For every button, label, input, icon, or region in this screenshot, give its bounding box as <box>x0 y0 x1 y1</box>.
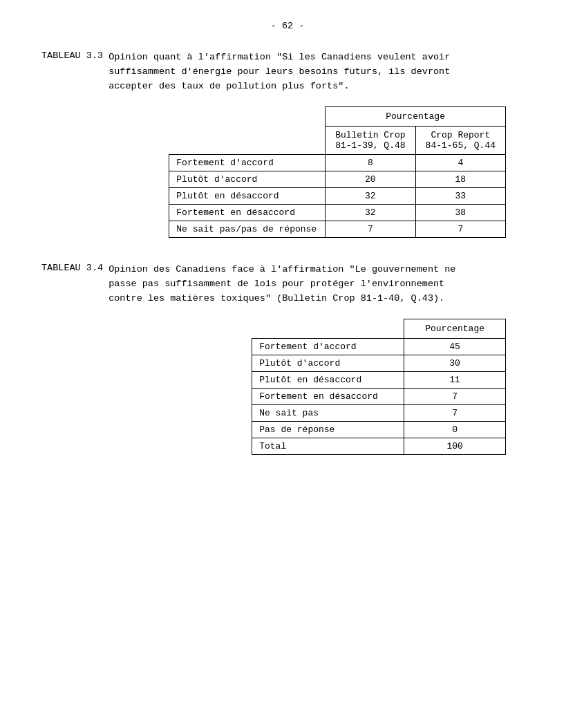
tableau-33-title-line1: Opinion quant à l'affirmation "Si les Ca… <box>109 50 450 65</box>
row-label: Plutôt d'accord <box>252 355 404 371</box>
row-val: 11 <box>404 371 506 388</box>
table-row: Plutôt d'accord 30 <box>252 355 506 371</box>
row-val: 0 <box>404 421 506 438</box>
tableau-34-title-line2: passe pas suffisamment de lois pour prot… <box>109 277 455 292</box>
tableau-33-block: TABLEAU 3.3 Opinion quant à l'affirmatio… <box>41 50 534 238</box>
row-val: 100 <box>404 438 506 454</box>
row-val: 30 <box>404 355 506 371</box>
row-val: 7 <box>404 404 506 421</box>
page-number: - 62 - <box>41 21 534 31</box>
row-val1: 7 <box>326 221 415 237</box>
row-val2: 38 <box>415 204 505 221</box>
col1-header-33: Bulletin Crop 81-1-39, Q.48 <box>326 126 415 154</box>
tableau-33-title-line2: suffisamment d'énergie pour leurs besoin… <box>109 65 450 80</box>
table-row: Ne sait pas 7 <box>252 404 506 421</box>
pourcentage-header-33: Pourcentage <box>326 106 506 126</box>
table-row: Ne sait pas/pas de réponse 7 7 <box>169 221 506 237</box>
table-row: Plutôt en désaccord 32 33 <box>169 187 506 204</box>
tableau-33-label: TABLEAU 3.3 <box>41 50 103 94</box>
row-val: 45 <box>404 338 506 355</box>
tableau-34-label: TABLEAU 3.4 <box>41 263 103 306</box>
row-label: Ne sait pas <box>252 404 404 421</box>
row-val2: 4 <box>415 154 505 171</box>
table-row: Pas de réponse 0 <box>252 421 506 438</box>
table-row: Plutôt d'accord 20 18 <box>169 171 506 187</box>
row-label: Fortement en désaccord <box>169 204 326 221</box>
row-val: 7 <box>404 388 506 404</box>
row-val1: 32 <box>326 187 415 204</box>
table-33: Pourcentage Bulletin Crop 81-1-39, Q.48 … <box>169 106 506 238</box>
table-34: Pourcentage Fortement d'accord 45 Plutôt… <box>252 319 506 455</box>
tableau-34-title: Opinion des Canadiens face à l'affirmati… <box>109 263 455 306</box>
row-val2: 18 <box>415 171 505 187</box>
row-label: Plutôt en désaccord <box>252 371 404 388</box>
row-label: Fortement d'accord <box>169 154 326 171</box>
tableau-34-header: TABLEAU 3.4 Opinion des Canadiens face à… <box>41 263 534 306</box>
page: - 62 - TABLEAU 3.3 Opinion quant à l'aff… <box>41 21 534 455</box>
table-row: Fortement d'accord 45 <box>252 338 506 355</box>
tableau-34-title-line1: Opinion des Canadiens face à l'affirmati… <box>109 263 455 277</box>
table-row: Plutôt en désaccord 11 <box>252 371 506 388</box>
pourcentage-header-34: Pourcentage <box>404 319 506 338</box>
row-val1: 8 <box>326 154 415 171</box>
table-row: Total 100 <box>252 438 506 454</box>
row-label: Fortement d'accord <box>252 338 404 355</box>
tableau-33-title: Opinion quant à l'affirmation "Si les Ca… <box>109 50 450 94</box>
row-val1: 32 <box>326 204 415 221</box>
row-val1: 20 <box>326 171 415 187</box>
row-val2: 7 <box>415 221 505 237</box>
row-label: Fortement en désaccord <box>252 388 404 404</box>
row-label: Total <box>252 438 404 454</box>
row-label: Plutôt d'accord <box>169 171 326 187</box>
row-val2: 33 <box>415 187 505 204</box>
tableau-34-title-line3: contre les matières toxiques" (Bulletin … <box>109 292 455 306</box>
tableau-34-block: TABLEAU 3.4 Opinion des Canadiens face à… <box>41 263 534 455</box>
table-row: Fortement d'accord 8 4 <box>169 154 506 171</box>
table-row: Fortement en désaccord 7 <box>252 388 506 404</box>
tableau-33-title-line3: accepter des taux de pollution plus fort… <box>109 80 450 94</box>
tableau-33-header: TABLEAU 3.3 Opinion quant à l'affirmatio… <box>41 50 534 94</box>
row-label: Pas de réponse <box>252 421 404 438</box>
row-label: Ne sait pas/pas de réponse <box>169 221 326 237</box>
row-label: Plutôt en désaccord <box>169 187 326 204</box>
table-row: Fortement en désaccord 32 38 <box>169 204 506 221</box>
col2-header-33: Crop Report 84-1-65, Q.44 <box>415 126 505 154</box>
